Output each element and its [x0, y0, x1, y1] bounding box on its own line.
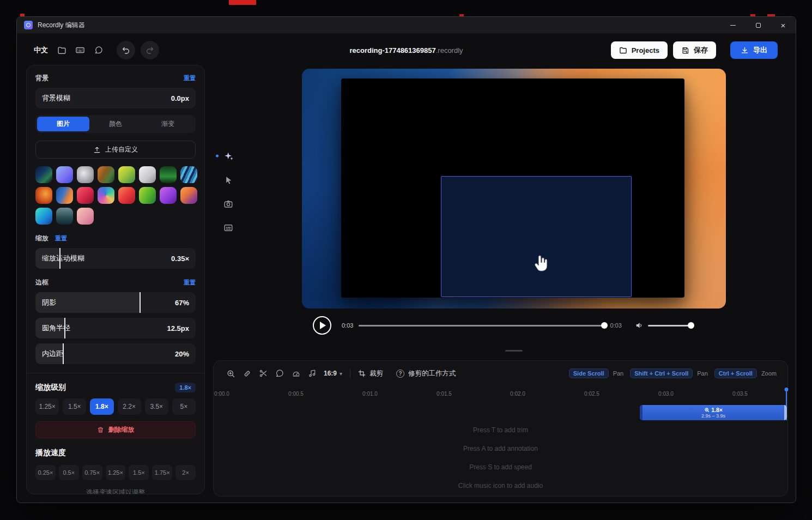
upload-icon [93, 146, 101, 154]
background-blur-slider[interactable]: 背景模糊 0.0px [35, 88, 196, 108]
undo-button[interactable] [117, 41, 135, 59]
background-thumbnail[interactable] [139, 187, 156, 204]
upload-custom-button[interactable]: 上传自定义 [35, 141, 196, 159]
razor-icon [243, 369, 252, 378]
background-thumbnail[interactable] [118, 166, 135, 183]
speed-segment-button[interactable] [288, 366, 304, 381]
comment-icon [275, 369, 284, 378]
tab-color[interactable]: 颜色 [89, 117, 142, 131]
slider-thumb[interactable] [140, 292, 141, 313]
add-audio-button[interactable] [304, 366, 320, 381]
volume-knob[interactable] [688, 322, 694, 329]
aspect-ratio-dropdown[interactable]: 16:9 ▾ [324, 370, 342, 377]
zoom-level-option[interactable]: 1.25× [35, 398, 59, 415]
language-button[interactable]: 中文 [31, 43, 51, 57]
background-thumbnail[interactable] [180, 166, 197, 183]
background-thumbnail[interactable] [35, 187, 52, 204]
timeline-zoom-segment[interactable]: 1.8× 2.9s – 3.9s [640, 405, 787, 420]
background-thumbnail[interactable] [77, 208, 94, 225]
padding-slider[interactable]: 内边距 20% [35, 343, 196, 364]
stage: 0:03 0:03 [302, 69, 726, 352]
export-button[interactable]: 导出 [730, 41, 778, 59]
zoom-reset-link[interactable]: 重置 [55, 234, 67, 243]
feedback-button[interactable] [90, 42, 107, 58]
captions-tool-button[interactable] [219, 219, 238, 237]
timeline-hint: Press T to add trim [214, 426, 787, 434]
zoom-level-option[interactable]: 1.5× [63, 398, 86, 415]
save-button[interactable]: 保存 [673, 41, 716, 59]
camera-tool-button[interactable] [219, 195, 238, 213]
video-preview[interactable] [302, 69, 726, 309]
speedometer-icon [292, 369, 301, 378]
segment-right-resize-handle[interactable] [784, 405, 787, 420]
volume-slider[interactable] [648, 322, 693, 329]
shortcut-keys: Ctrl + Scroll [714, 368, 757, 378]
shortcuts-button[interactable] [72, 42, 88, 58]
close-button[interactable]: × [771, 17, 796, 33]
titlebar: Recordly 编辑器 × [17, 17, 796, 33]
play-button[interactable] [313, 316, 331, 335]
tab-gradient[interactable]: 渐变 [142, 117, 194, 131]
seek-knob[interactable] [601, 322, 608, 329]
speed-option[interactable]: 1.5× [129, 465, 149, 480]
background-thumbnail[interactable] [180, 187, 197, 204]
background-thumbnail[interactable] [56, 187, 73, 204]
delete-zoom-button[interactable]: 删除缩放 [35, 421, 196, 438]
zoom-level-option[interactable]: 2.2× [118, 398, 141, 415]
background-thumbnail[interactable] [98, 187, 114, 204]
background-thumbnail[interactable] [139, 166, 156, 183]
speed-option[interactable]: 2× [175, 465, 196, 480]
background-thumbnail[interactable] [77, 166, 94, 183]
seek-fill [359, 325, 604, 326]
background-thumbnail[interactable] [56, 166, 73, 183]
seek-bar[interactable] [359, 322, 604, 329]
zoom-motion-blur-slider[interactable]: 缩放运动模糊 0.35× [35, 248, 196, 269]
music-note-icon [308, 369, 317, 378]
speed-option[interactable]: 0.75× [82, 465, 102, 480]
zoom-focus-region[interactable] [441, 176, 632, 297]
zoom-fit-button[interactable] [222, 366, 239, 381]
volume-button[interactable] [635, 321, 644, 330]
open-project-button[interactable] [53, 42, 70, 58]
redo-button[interactable] [141, 41, 159, 59]
background-reset-link[interactable]: 重置 [184, 74, 196, 82]
zoom-level-option[interactable]: 3.5× [145, 398, 168, 415]
background-thumbnail[interactable] [56, 208, 73, 225]
annotation-button[interactable] [271, 366, 288, 381]
background-thumbnail[interactable] [160, 187, 177, 204]
zoom-section-title: 缩放 [35, 234, 49, 243]
speed-option[interactable]: 1.75× [152, 465, 172, 480]
cursor-tool-button[interactable] [219, 171, 238, 189]
trim-help-button[interactable]: ? 修剪的工作方式 [396, 369, 456, 378]
trim-razor-button[interactable] [239, 366, 255, 381]
cut-button[interactable] [255, 366, 271, 381]
document-title: recording-1774861369857.recordly [349, 46, 463, 55]
timeline-ruler[interactable]: 0:00.0 0:00.5 0:01.0 0:01.5 0:02.0 0:02.… [214, 386, 787, 400]
crop-button[interactable]: 裁剪 [358, 369, 383, 378]
ruler-label: 0:03.5 [732, 391, 748, 397]
background-thumbnail[interactable] [160, 166, 177, 183]
zoom-level-option-active[interactable]: 1.8× [90, 398, 113, 415]
background-thumbnail[interactable] [77, 187, 94, 204]
background-thumbnail[interactable] [35, 166, 52, 183]
ruler-label: 0:02.0 [510, 391, 525, 397]
segment-left-resize-handle[interactable] [640, 405, 643, 420]
toolbar-separator [350, 368, 350, 378]
tab-image[interactable]: 图片 [37, 117, 89, 131]
projects-button[interactable]: Projects [611, 41, 668, 59]
panel-resize-handle[interactable] [505, 350, 523, 352]
corner-radius-slider[interactable]: 圆角半径 12.5px [35, 318, 196, 338]
speed-option[interactable]: 1.25× [106, 465, 126, 480]
speed-option[interactable]: 0.5× [59, 465, 79, 480]
background-thumbnail[interactable] [98, 166, 114, 183]
filename-extension: .recordly [436, 46, 463, 55]
auto-zoom-tool-button[interactable] [219, 147, 238, 165]
shadow-slider[interactable]: 阴影 67% [35, 292, 196, 313]
background-thumbnail[interactable] [35, 208, 52, 225]
zoom-level-option[interactable]: 5× [172, 398, 196, 415]
speed-option[interactable]: 0.25× [35, 465, 56, 480]
background-thumbnail[interactable] [118, 187, 135, 204]
maximize-button[interactable] [746, 17, 771, 33]
minimize-button[interactable] [720, 17, 746, 33]
border-reset-link[interactable]: 重置 [184, 279, 196, 287]
